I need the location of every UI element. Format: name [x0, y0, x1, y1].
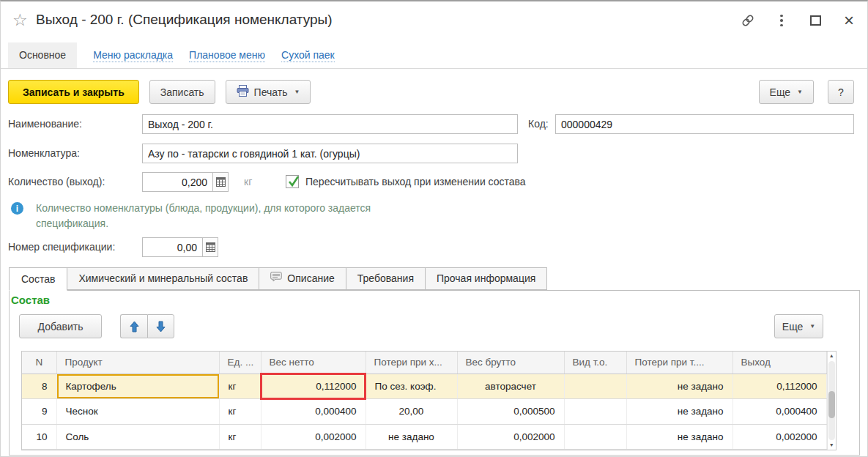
kebab-menu-icon[interactable]	[774, 12, 790, 29]
cell-loss_storage[interactable]: 20,00	[366, 399, 457, 425]
close-icon[interactable]: ×	[841, 12, 857, 29]
nav-item-planned-menu[interactable]: Плановое меню	[189, 49, 265, 62]
print-button[interactable]: Печать ▼	[226, 80, 311, 104]
grid-toolbar: Добавить Еще ▼	[19, 314, 842, 338]
cell-unit[interactable]: кг	[219, 374, 261, 399]
vertical-scrollbar[interactable]: ▲ ▼	[827, 352, 837, 450]
maximize-icon[interactable]	[807, 12, 823, 29]
name-field	[142, 114, 518, 134]
cell-processing[interactable]	[564, 424, 626, 450]
cell-processing[interactable]	[564, 399, 626, 425]
scroll-up-icon[interactable]: ▲	[829, 352, 834, 360]
cell-processing[interactable]	[564, 374, 626, 399]
info-row: i Количество номенклатуры (блюда, продук…	[11, 201, 379, 231]
info-icon: i	[11, 202, 23, 215]
tab-chemical-mineral[interactable]: Химический и минеральный состав	[67, 267, 259, 290]
cell-product[interactable]: Картофель	[56, 374, 219, 399]
column-header-gross[interactable]: Вес брутто	[457, 352, 564, 374]
column-header-net[interactable]: Вес нетто	[261, 352, 366, 374]
quantity-label: Количество (выход):	[8, 172, 105, 192]
save-and-close-button[interactable]: Записать и закрыть	[8, 80, 139, 104]
cell-loss_storage[interactable]: не задано	[366, 424, 457, 450]
info-text: Количество номенклатуры (блюда, продукци…	[36, 201, 379, 231]
nomenclature-field	[142, 144, 518, 163]
tab-requirements[interactable]: Требования	[346, 267, 426, 290]
spec-number-label: Номер спецификации:	[8, 237, 115, 257]
add-row-button[interactable]: Добавить	[19, 314, 102, 338]
cell-loss_thermal[interactable]: не задано	[626, 424, 732, 450]
column-header-processing[interactable]: Вид т.о.	[564, 352, 626, 374]
scrollbar-track[interactable]	[828, 361, 835, 440]
column-header-unit[interactable]: Ед. ...	[219, 352, 261, 374]
quantity-input[interactable]	[143, 173, 212, 191]
composition-table: NПродуктЕд. ...Вес неттоПотери при х...В…	[21, 351, 837, 450]
cell-loss_thermal[interactable]: не задано	[626, 399, 732, 425]
nav-item-menu-layout[interactable]: Меню раскладка	[93, 49, 173, 62]
nav-panel: Основное Меню раскладка Плановое меню Су…	[8, 42, 335, 68]
column-header-n[interactable]: N	[22, 352, 56, 374]
cell-product[interactable]: Соль	[56, 424, 219, 450]
table-row[interactable]: 10Солькг0,002000не задано0,002000не зада…	[22, 424, 826, 450]
spec-number-input[interactable]	[143, 238, 202, 256]
tab-label: Требования	[357, 268, 414, 289]
recalc-checkbox-label[interactable]: Пересчитывать выход при изменении состав…	[305, 176, 526, 187]
calculator-icon[interactable]	[202, 238, 218, 256]
tab-composition[interactable]: Состав	[9, 267, 67, 291]
cell-n[interactable]: 10	[22, 424, 56, 450]
cell-net[interactable]: 0,000400	[261, 399, 366, 425]
help-button[interactable]: ?	[828, 80, 854, 104]
favorite-star-icon[interactable]: ☆	[12, 10, 28, 29]
printer-icon	[237, 85, 249, 99]
scroll-down-icon[interactable]: ▼	[829, 441, 834, 450]
tab-description[interactable]: Описание	[259, 267, 346, 290]
cell-output[interactable]: 0,000400	[732, 399, 826, 425]
move-up-button[interactable]	[120, 314, 147, 338]
tab-label: Химический и минеральный состав	[78, 268, 248, 289]
tab-label: Прочая информация	[437, 268, 535, 289]
comment-icon	[270, 268, 282, 289]
more-button-top[interactable]: Еще ▼	[759, 80, 814, 104]
cell-gross[interactable]: авторасчет	[457, 374, 564, 399]
cell-gross[interactable]: 0,000500	[457, 399, 564, 425]
name-input[interactable]	[143, 115, 517, 133]
cell-output[interactable]: 0,112000	[732, 374, 826, 399]
cell-gross[interactable]: 0,002000	[457, 424, 564, 450]
window-controls: ×	[740, 12, 857, 29]
column-header-product[interactable]: Продукт	[56, 352, 219, 374]
cell-output[interactable]: 0,002000	[732, 424, 826, 450]
dropdown-caret-icon: ▼	[294, 89, 300, 95]
cell-n[interactable]: 9	[22, 399, 56, 425]
cell-unit[interactable]: кг	[219, 424, 261, 450]
tab-label: Описание	[287, 268, 334, 289]
cell-loss_thermal[interactable]: не задано	[626, 374, 732, 399]
nav-item-dry-ration[interactable]: Сухой паек	[281, 49, 335, 62]
move-down-button[interactable]	[147, 314, 174, 338]
cell-net[interactable]: 0,112000	[261, 374, 366, 399]
command-bar: Записать и закрыть Записать Печать ▼ Еще…	[8, 80, 861, 104]
cell-loss_storage[interactable]: По сез. коэф.	[366, 374, 457, 399]
tab-other-info[interactable]: Прочая информация	[425, 267, 547, 290]
table-row[interactable]: 9Чесноккг0,00040020,000,000500не задано0…	[22, 399, 826, 425]
link-icon[interactable]	[740, 12, 756, 29]
more-button-grid[interactable]: Еще ▼	[774, 314, 823, 338]
recalc-checkbox[interactable]	[286, 175, 299, 188]
nav-item-main[interactable]: Основное	[8, 42, 77, 68]
nomenclature-input[interactable]	[143, 144, 517, 163]
column-header-loss_thermal[interactable]: Потери при т....	[626, 352, 732, 374]
cell-n[interactable]: 8	[22, 374, 56, 399]
separator	[1, 68, 867, 69]
calculator-icon[interactable]	[212, 173, 228, 191]
column-header-loss_storage[interactable]: Потери при х...	[366, 352, 457, 374]
code-input[interactable]	[556, 115, 853, 133]
print-button-label: Печать	[254, 86, 288, 98]
cell-net[interactable]: 0,002000	[261, 424, 366, 450]
tabstrip: Состав Химический и минеральный состав О…	[9, 267, 546, 291]
arrow-up-icon	[130, 321, 139, 332]
cell-unit[interactable]: кг	[219, 399, 261, 425]
table-row[interactable]: 8Картофелькг0,112000По сез. коэф.авторас…	[22, 374, 826, 399]
save-button[interactable]: Записать	[149, 80, 215, 104]
code-field	[555, 114, 854, 134]
column-header-output[interactable]: Выход	[732, 352, 826, 374]
cell-product[interactable]: Чеснок	[56, 399, 219, 425]
scrollbar-thumb[interactable]	[828, 391, 835, 418]
